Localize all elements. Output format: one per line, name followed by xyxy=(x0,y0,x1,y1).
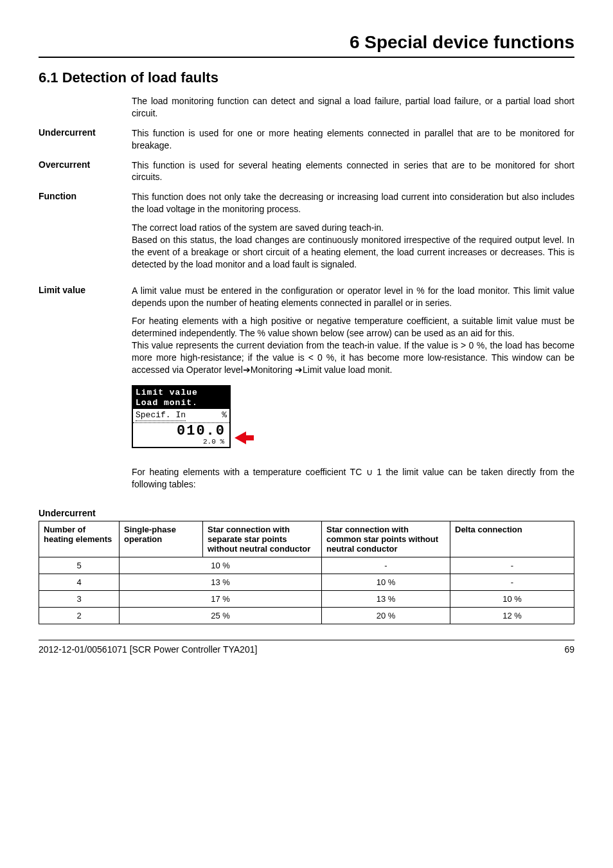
th-star-common: Star connection with common star points … xyxy=(322,521,450,557)
overcurrent-label: Overcurrent xyxy=(39,159,132,184)
cell-n: 4 xyxy=(39,574,120,591)
lcd-specif-row: Specif. In % xyxy=(133,409,229,423)
cell-b: 13 % xyxy=(322,591,450,608)
cell-a: 10 % xyxy=(120,557,322,574)
th-delta: Delta connection xyxy=(450,521,574,557)
function-p1: This function does not only take the dec… xyxy=(132,191,574,215)
function-p2: The correct load ratios of the system ar… xyxy=(132,222,574,271)
function-text: This function does not only take the dec… xyxy=(132,191,574,276)
lcd-value: 010.0 xyxy=(133,423,229,439)
page: 6 Special device functions 6.1 Detection… xyxy=(0,0,613,674)
cell-n: 5 xyxy=(39,557,120,574)
arrow-stem xyxy=(245,435,254,440)
function-row: Function This function does not only tak… xyxy=(39,191,574,276)
table-heading: Undercurrent xyxy=(39,508,574,518)
cell-c: 12 % xyxy=(450,608,574,624)
intro-row: The load monitoring function can detect … xyxy=(39,95,574,120)
intro-label xyxy=(39,95,132,120)
undercurrent-text: This function is used for one or more he… xyxy=(132,127,574,152)
overcurrent-row: Overcurrent This function is used for se… xyxy=(39,159,574,184)
cell-n: 2 xyxy=(39,608,120,624)
cell-c: - xyxy=(450,557,574,574)
cell-a: 13 % xyxy=(120,574,322,591)
cell-c: 10 % xyxy=(450,591,574,608)
cell-a: 25 % xyxy=(120,608,322,624)
lcd-specif: Specif. In xyxy=(136,410,186,421)
limit-p1: A limit value must be entered in the con… xyxy=(132,285,574,309)
limit-label: Limit value xyxy=(39,285,132,497)
limit-p2: For heating elements with a high positiv… xyxy=(132,315,574,375)
undercurrent-table: Number of heating elements Single-phase … xyxy=(39,521,574,624)
footer-left: 2012-12-01/00561071 [SCR Power Controlle… xyxy=(39,644,257,655)
th-star-sep: Star connection with separate star point… xyxy=(203,521,322,557)
intro-text: The load monitoring function can detect … xyxy=(132,95,574,120)
footer-page: 69 xyxy=(564,644,574,655)
function-label: Function xyxy=(39,191,132,276)
table-header-row: Number of heating elements Single-phase … xyxy=(39,521,574,557)
undercurrent-label: Undercurrent xyxy=(39,127,132,152)
lcd-line2: Load monit. xyxy=(136,398,227,408)
cell-b: - xyxy=(322,557,450,574)
cell-b: 10 % xyxy=(322,574,450,591)
overcurrent-text: This function is used for several heatin… xyxy=(132,159,574,184)
table-row: 5 10 % - - xyxy=(39,557,574,574)
cell-n: 3 xyxy=(39,591,120,608)
lcd-unit: % xyxy=(222,410,227,421)
chapter-title: 6 Special device functions xyxy=(39,32,574,58)
lcd-sub: 2.0 % xyxy=(133,439,229,447)
lcd-display: Limit value Load monit. Specif. In % 010… xyxy=(132,385,231,448)
table-row: 3 17 % 13 % 10 % xyxy=(39,591,574,608)
limit-row: Limit value A limit value must be entere… xyxy=(39,285,574,497)
cell-b: 20 % xyxy=(322,608,450,624)
cell-a: 17 % xyxy=(120,591,322,608)
lcd-header: Limit value Load monit. xyxy=(133,386,229,409)
section-title: 6.1 Detection of load faults xyxy=(39,69,574,86)
after-lcd: For heating elements with a temperature … xyxy=(132,466,574,491)
cell-c: - xyxy=(450,574,574,591)
th-single: Single-phase operation xyxy=(120,521,203,557)
undercurrent-row: Undercurrent This function is used for o… xyxy=(39,127,574,152)
table-row: 2 25 % 20 % 12 % xyxy=(39,608,574,624)
table-row: 4 13 % 10 % - xyxy=(39,574,574,591)
limit-text: A limit value must be entered in the con… xyxy=(132,285,574,497)
lcd-line1: Limit value xyxy=(136,388,227,398)
th-number: Number of heating elements xyxy=(39,521,120,557)
page-footer: 2012-12-01/00561071 [SCR Power Controlle… xyxy=(39,640,574,655)
